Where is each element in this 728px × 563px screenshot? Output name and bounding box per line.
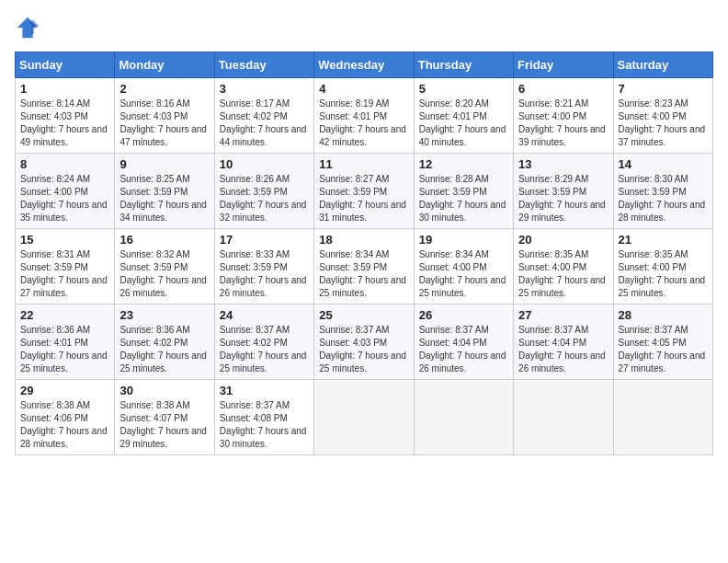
day-info: Sunrise: 8:19 AMSunset: 4:01 PMDaylight:… <box>319 98 406 147</box>
calendar-cell: 18 Sunrise: 8:34 AMSunset: 3:59 PMDaylig… <box>314 229 414 304</box>
day-info: Sunrise: 8:16 AMSunset: 4:03 PMDaylight:… <box>119 98 207 147</box>
calendar-cell: 10 Sunrise: 8:26 AMSunset: 3:59 PMDaylig… <box>214 154 313 229</box>
day-info: Sunrise: 8:33 AMSunset: 3:59 PMDaylight:… <box>220 249 307 298</box>
day-number: 13 <box>518 157 608 171</box>
weekday-header: Monday <box>115 52 214 78</box>
calendar-cell: 24 Sunrise: 8:37 AMSunset: 4:02 PMDaylig… <box>214 304 313 380</box>
calendar-cell: 9 Sunrise: 8:25 AMSunset: 3:59 PMDayligh… <box>115 154 214 229</box>
calendar-table: SundayMondayTuesdayWednesdayThursdayFrid… <box>15 52 713 455</box>
day-number: 29 <box>20 384 109 397</box>
day-number: 17 <box>220 233 309 247</box>
calendar-cell: 6 Sunrise: 8:21 AMSunset: 4:00 PMDayligh… <box>514 78 613 154</box>
weekday-header: Thursday <box>414 52 513 78</box>
day-number: 1 <box>20 82 109 96</box>
day-number: 20 <box>518 233 608 247</box>
day-info: Sunrise: 8:27 AMSunset: 3:59 PMDaylight:… <box>319 174 406 223</box>
day-number: 4 <box>319 82 408 96</box>
day-info: Sunrise: 8:37 AMSunset: 4:08 PMDaylight:… <box>220 400 307 449</box>
calendar-cell: 17 Sunrise: 8:33 AMSunset: 3:59 PMDaylig… <box>214 229 313 304</box>
day-info: Sunrise: 8:35 AMSunset: 4:00 PMDaylight:… <box>518 249 606 298</box>
calendar-cell <box>414 380 513 455</box>
day-number: 16 <box>119 233 209 247</box>
day-info: Sunrise: 8:14 AMSunset: 4:03 PMDaylight:… <box>20 98 108 147</box>
calendar-cell: 1 Sunrise: 8:14 AMSunset: 4:03 PMDayligh… <box>16 78 115 154</box>
day-number: 21 <box>619 233 708 247</box>
calendar-week-row: 15 Sunrise: 8:31 AMSunset: 3:59 PMDaylig… <box>16 229 713 304</box>
day-info: Sunrise: 8:37 AMSunset: 4:03 PMDaylight:… <box>319 325 406 373</box>
calendar-cell: 13 Sunrise: 8:29 AMSunset: 3:59 PMDaylig… <box>514 154 613 229</box>
calendar-cell: 20 Sunrise: 8:35 AMSunset: 4:00 PMDaylig… <box>514 229 613 304</box>
weekday-header: Sunday <box>16 52 115 78</box>
day-info: Sunrise: 8:36 AMSunset: 4:02 PMDaylight:… <box>119 325 207 373</box>
day-number: 5 <box>419 82 508 96</box>
day-number: 2 <box>119 82 209 96</box>
weekday-header: Tuesday <box>214 52 313 78</box>
calendar-week-row: 8 Sunrise: 8:24 AMSunset: 4:00 PMDayligh… <box>16 154 713 229</box>
day-number: 11 <box>319 157 408 171</box>
calendar-cell: 7 Sunrise: 8:23 AMSunset: 4:00 PMDayligh… <box>613 78 712 154</box>
calendar-cell: 5 Sunrise: 8:20 AMSunset: 4:01 PMDayligh… <box>414 78 513 154</box>
svg-marker-0 <box>17 17 38 38</box>
calendar-cell: 2 Sunrise: 8:16 AMSunset: 4:03 PMDayligh… <box>115 78 214 154</box>
day-number: 15 <box>20 233 109 247</box>
day-number: 6 <box>518 82 608 96</box>
page-header <box>15 15 713 40</box>
day-info: Sunrise: 8:20 AMSunset: 4:01 PMDaylight:… <box>419 98 506 147</box>
calendar-cell: 15 Sunrise: 8:31 AMSunset: 3:59 PMDaylig… <box>16 229 115 304</box>
day-number: 9 <box>119 157 209 171</box>
day-info: Sunrise: 8:30 AMSunset: 3:59 PMDaylight:… <box>619 174 706 223</box>
day-number: 7 <box>619 82 708 96</box>
calendar-cell: 25 Sunrise: 8:37 AMSunset: 4:03 PMDaylig… <box>314 304 414 380</box>
day-number: 27 <box>518 308 608 322</box>
day-info: Sunrise: 8:31 AMSunset: 3:59 PMDaylight:… <box>20 249 108 298</box>
calendar-cell: 21 Sunrise: 8:35 AMSunset: 4:00 PMDaylig… <box>613 229 712 304</box>
day-info: Sunrise: 8:35 AMSunset: 4:00 PMDaylight:… <box>619 249 706 298</box>
day-info: Sunrise: 8:37 AMSunset: 4:05 PMDaylight:… <box>619 325 706 373</box>
calendar-cell <box>514 380 613 455</box>
day-info: Sunrise: 8:37 AMSunset: 4:04 PMDaylight:… <box>419 325 506 373</box>
day-info: Sunrise: 8:32 AMSunset: 3:59 PMDaylight:… <box>119 249 207 298</box>
calendar-week-row: 1 Sunrise: 8:14 AMSunset: 4:03 PMDayligh… <box>16 78 713 154</box>
calendar-cell: 26 Sunrise: 8:37 AMSunset: 4:04 PMDaylig… <box>414 304 513 380</box>
calendar-week-row: 22 Sunrise: 8:36 AMSunset: 4:01 PMDaylig… <box>16 304 713 380</box>
day-info: Sunrise: 8:29 AMSunset: 3:59 PMDaylight:… <box>518 174 606 223</box>
calendar-cell: 11 Sunrise: 8:27 AMSunset: 3:59 PMDaylig… <box>314 154 414 229</box>
day-number: 12 <box>419 157 508 171</box>
calendar-cell: 23 Sunrise: 8:36 AMSunset: 4:02 PMDaylig… <box>115 304 214 380</box>
calendar-cell: 4 Sunrise: 8:19 AMSunset: 4:01 PMDayligh… <box>314 78 414 154</box>
calendar-week-row: 29 Sunrise: 8:38 AMSunset: 4:06 PMDaylig… <box>16 380 713 455</box>
calendar-cell: 19 Sunrise: 8:34 AMSunset: 4:00 PMDaylig… <box>414 229 513 304</box>
calendar-cell: 31 Sunrise: 8:37 AMSunset: 4:08 PMDaylig… <box>214 380 313 455</box>
day-number: 14 <box>619 157 708 171</box>
calendar-cell: 3 Sunrise: 8:17 AMSunset: 4:02 PMDayligh… <box>214 78 313 154</box>
day-number: 10 <box>220 157 309 171</box>
day-number: 8 <box>20 157 109 171</box>
day-info: Sunrise: 8:23 AMSunset: 4:00 PMDaylight:… <box>619 98 706 147</box>
weekday-header: Wednesday <box>314 52 414 78</box>
day-number: 23 <box>119 308 209 322</box>
calendar-cell: 30 Sunrise: 8:38 AMSunset: 4:07 PMDaylig… <box>115 380 214 455</box>
day-number: 18 <box>319 233 408 247</box>
weekday-header-row: SundayMondayTuesdayWednesdayThursdayFrid… <box>16 52 713 78</box>
calendar-cell <box>613 380 712 455</box>
day-info: Sunrise: 8:17 AMSunset: 4:02 PMDaylight:… <box>220 98 307 147</box>
day-info: Sunrise: 8:21 AMSunset: 4:00 PMDaylight:… <box>518 98 606 147</box>
logo <box>15 15 44 40</box>
day-info: Sunrise: 8:28 AMSunset: 3:59 PMDaylight:… <box>419 174 506 223</box>
day-info: Sunrise: 8:34 AMSunset: 4:00 PMDaylight:… <box>419 249 506 298</box>
day-number: 28 <box>619 308 708 322</box>
day-number: 26 <box>419 308 508 322</box>
day-number: 22 <box>20 308 109 322</box>
calendar-cell: 22 Sunrise: 8:36 AMSunset: 4:01 PMDaylig… <box>16 304 115 380</box>
day-number: 30 <box>119 384 209 397</box>
logo-icon <box>15 15 40 40</box>
calendar-cell <box>314 380 414 455</box>
day-info: Sunrise: 8:38 AMSunset: 4:07 PMDaylight:… <box>119 400 207 449</box>
day-number: 25 <box>319 308 408 322</box>
day-number: 3 <box>220 82 309 96</box>
calendar-cell: 29 Sunrise: 8:38 AMSunset: 4:06 PMDaylig… <box>16 380 115 455</box>
calendar-cell: 12 Sunrise: 8:28 AMSunset: 3:59 PMDaylig… <box>414 154 513 229</box>
day-info: Sunrise: 8:26 AMSunset: 3:59 PMDaylight:… <box>220 174 307 223</box>
calendar-cell: 27 Sunrise: 8:37 AMSunset: 4:04 PMDaylig… <box>514 304 613 380</box>
day-number: 19 <box>419 233 508 247</box>
